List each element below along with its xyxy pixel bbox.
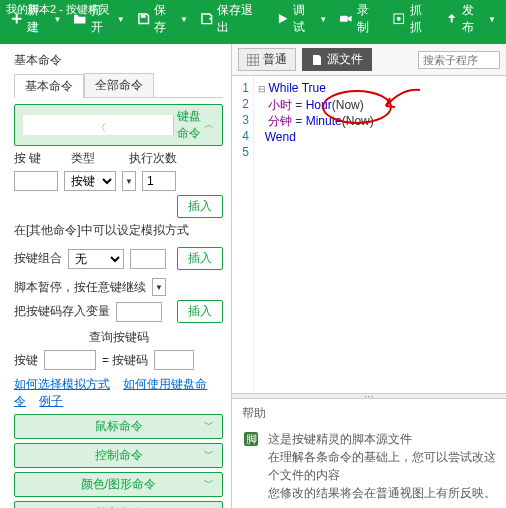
chevron-left-icon: 〈	[23, 115, 174, 135]
equals-label: = 按键码	[102, 352, 148, 369]
help-line2: 在理解各条命令的基础上，您可以尝试改这个文件的内容	[268, 448, 496, 484]
bar-other[interactable]: 其它命令﹀	[14, 501, 223, 508]
line-gutter: 1 2 3 4 5	[232, 76, 254, 393]
line-no: 3	[232, 112, 249, 128]
caret-icon: ▼	[117, 15, 125, 24]
capture-icon	[392, 12, 406, 26]
svg-rect-4	[247, 54, 259, 66]
query-label: 查询按键码	[89, 329, 149, 346]
record-icon	[339, 12, 353, 26]
pause-label: 脚本暂停，按任意键继续	[14, 279, 146, 296]
annotation-arrow	[382, 86, 422, 116]
help-panel: 帮助 脚 这是按键精灵的脚本源文件 在理解各条命令的基础上，您可以尝试改这个文件…	[232, 399, 506, 508]
publish-label: 发布	[462, 2, 485, 36]
tab-source[interactable]: 源文件	[302, 48, 372, 71]
record-button[interactable]: 录制	[333, 0, 386, 44]
bar-mouse[interactable]: 鼠标命令﹀	[14, 414, 223, 439]
bar-control-label: 控制命令	[95, 448, 143, 462]
help-line1: 这是按键精灵的脚本源文件	[268, 430, 496, 448]
code-token: While	[269, 81, 299, 95]
line-no: 5	[232, 144, 249, 160]
caret-icon: ▼	[180, 15, 188, 24]
bar-color[interactable]: 颜色/图形命令﹀	[14, 472, 223, 497]
dropdown-icon[interactable]: ▼	[122, 171, 136, 191]
code-token: 小时	[268, 98, 292, 112]
insert-button-2[interactable]: 插入	[177, 247, 223, 270]
right-panel: 普通 源文件 1 2 3 4 5 ⊟ While True 小时 = Hour(…	[232, 44, 506, 508]
tab-basic[interactable]: 基本命令	[14, 74, 84, 98]
insert-button-1[interactable]: 插入	[177, 195, 223, 218]
command-tabs: 基本命令 全部命令	[14, 73, 223, 98]
link-sim[interactable]: 如何选择模拟方式	[14, 377, 110, 391]
record-label: 录制	[357, 2, 380, 36]
combo-label: 按键组合	[14, 250, 62, 267]
chevron-down-icon: ﹀	[204, 476, 214, 490]
window-title: 我的脚本2 - 按键精灵	[0, 0, 116, 19]
line-no: 2	[232, 96, 249, 112]
info-icon: 脚	[242, 430, 260, 448]
save-label: 保存	[154, 2, 177, 36]
caret-icon: ▼	[488, 15, 496, 24]
combo-input[interactable]	[130, 249, 166, 269]
type-label: 类型	[71, 150, 95, 167]
code-token: (Now)	[332, 98, 364, 112]
left-panel: 基本命令 基本命令 全部命令 〈 键盘命令 ︿ 按 键 类型 执行次数 按键 ▼…	[0, 44, 232, 508]
save-button[interactable]: 保存▼	[131, 0, 194, 44]
section-title: 基本命令	[14, 52, 223, 69]
dropdown-icon[interactable]: ▼	[152, 278, 166, 296]
tab-normal[interactable]: 普通	[238, 48, 296, 71]
svg-rect-0	[140, 15, 145, 18]
keycode-output[interactable]	[154, 350, 194, 370]
capture-label: 抓抓	[410, 2, 433, 36]
group-keyboard[interactable]: 〈 键盘命令 ︿	[14, 104, 223, 146]
doc-icon	[311, 54, 323, 66]
code-token: (Now)	[342, 114, 374, 128]
line-no: 4	[232, 128, 249, 144]
bar-color-label: 颜色/图形命令	[81, 477, 156, 491]
capture-button[interactable]: 抓抓	[386, 0, 439, 44]
key-input[interactable]	[14, 171, 58, 191]
line-no: 1	[232, 80, 249, 96]
debug-label: 调试	[293, 2, 316, 36]
store-label: 把按键码存入变量	[14, 303, 110, 320]
search-subroutine[interactable]	[418, 51, 500, 69]
grid-icon	[247, 54, 259, 66]
chevron-down-icon: ﹀	[204, 447, 214, 461]
publish-button[interactable]: 发布▼	[439, 0, 502, 44]
code-token: =	[292, 114, 306, 128]
code-token: Wend	[265, 130, 296, 144]
tab-all[interactable]: 全部命令	[84, 73, 154, 97]
type-select[interactable]: 按键	[64, 171, 116, 191]
insert-button-3[interactable]: 插入	[177, 300, 223, 323]
link-example[interactable]: 例子	[39, 394, 63, 408]
chevron-down-icon: ﹀	[204, 418, 214, 432]
tab-normal-label: 普通	[263, 51, 287, 68]
bar-control[interactable]: 控制命令﹀	[14, 443, 223, 468]
key-label: 按 键	[14, 150, 41, 167]
upload-icon	[445, 12, 458, 26]
combo-select[interactable]: 无	[68, 249, 124, 269]
code-token: 分钟	[268, 114, 292, 128]
store-input[interactable]	[116, 302, 162, 322]
save-icon	[137, 12, 150, 26]
editor-tabs: 普通 源文件	[232, 44, 506, 76]
chevron-up-icon: ︿	[204, 118, 214, 132]
query-key-input[interactable]	[44, 350, 96, 370]
tab-source-label: 源文件	[327, 51, 363, 68]
save-exit-label: 保存退出	[217, 2, 263, 36]
code-token: True	[299, 81, 326, 95]
code-token: Hour	[306, 98, 332, 112]
debug-button[interactable]: 调试▼	[270, 0, 333, 44]
count-input[interactable]	[142, 171, 176, 191]
help-title: 帮助	[242, 405, 496, 422]
query-key-label: 按键	[14, 352, 38, 369]
svg-point-3	[397, 17, 401, 21]
save-exit-icon	[200, 12, 214, 26]
svg-rect-1	[340, 16, 348, 22]
caret-icon: ▼	[319, 15, 327, 24]
play-icon	[276, 12, 289, 26]
save-exit-button[interactable]: 保存退出	[194, 0, 270, 44]
code-editor[interactable]: 1 2 3 4 5 ⊟ While True 小时 = Hour(Now) 分钟…	[232, 76, 506, 393]
count-label: 执行次数	[129, 150, 177, 167]
code-body[interactable]: ⊟ While True 小时 = Hour(Now) 分钟 = Minute(…	[254, 76, 376, 393]
